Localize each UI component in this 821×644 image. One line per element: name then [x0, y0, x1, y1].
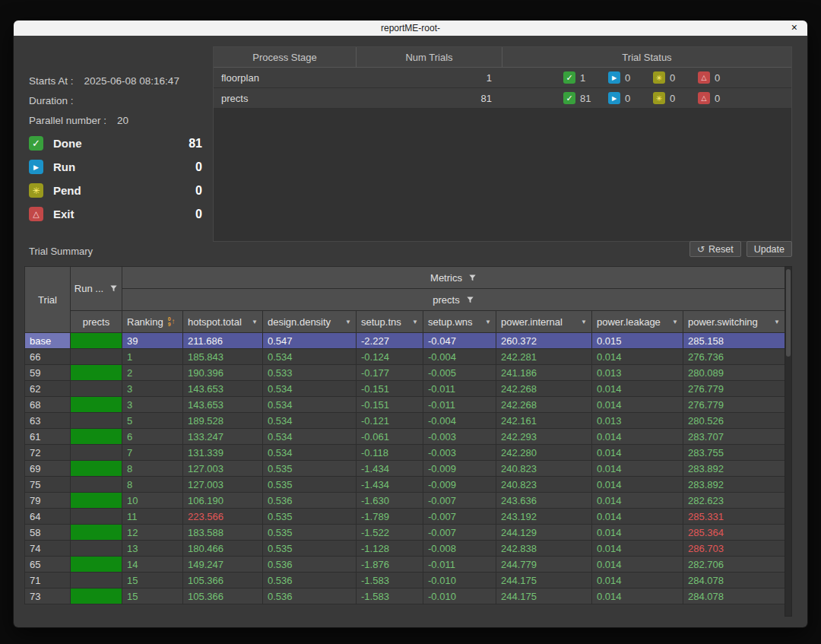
pend-count: 0: [670, 72, 675, 84]
summary-row[interactable]: 75 8 127.003 0.535 -1.434 -0.009 240.823…: [25, 477, 785, 493]
column-header-power-leakage[interactable]: power.leakage▼: [592, 311, 683, 333]
column-header-run-group[interactable]: Run ...: [71, 267, 122, 311]
summary-table-header: Trial Run ... Metrics: [25, 267, 785, 333]
summary-row[interactable]: 65 14 149.247 0.536 -1.876 -0.011 244.77…: [25, 557, 785, 573]
metric-cell: 242.838: [496, 541, 592, 557]
trial-cell: 75: [25, 477, 71, 493]
metric-cell: -0.011: [423, 381, 496, 397]
column-header-design-density[interactable]: design.density▼: [263, 311, 357, 333]
vertical-scrollbar[interactable]: [785, 266, 792, 617]
column-header-power-switching[interactable]: power.switching▼: [683, 311, 785, 333]
run-info: Starts At : 2025-06-08 08:16:47 Duration…: [29, 71, 179, 130]
summary-row[interactable]: 63 5 189.528 0.534 -0.121 -0.004 242.161…: [25, 413, 785, 429]
close-icon[interactable]: ×: [791, 21, 797, 36]
metric-cell: 283.707: [683, 429, 785, 445]
column-header-ranking[interactable]: Ranking 09 ↑: [122, 311, 183, 333]
update-button[interactable]: Update: [747, 241, 792, 257]
summary-row[interactable]: 72 7 131.339 0.534 -0.118 -0.003 242.280…: [25, 445, 785, 461]
summary-row[interactable]: 61 6 133.247 0.534 -0.061 -0.003 242.293…: [25, 429, 785, 445]
metric-cell: 0.014: [592, 381, 683, 397]
metric-cell: 2: [122, 365, 183, 381]
stage-col-process-stage[interactable]: Process Stage: [214, 47, 357, 67]
filter-icon[interactable]: [109, 284, 118, 293]
metric-cell: 149.247: [183, 557, 263, 573]
summary-row[interactable]: 66 1 185.843 0.534 -0.124 -0.004 242.281…: [25, 349, 785, 365]
exit-count: 0: [715, 93, 720, 104]
metric-cell: 0.014: [592, 429, 683, 445]
summary-row[interactable]: 59 2 190.396 0.533 -0.177 -0.005 241.186…: [25, 365, 785, 381]
exit-icon: △: [29, 207, 43, 221]
counter-exit-label: Exit: [53, 208, 74, 220]
sort-0-9-icon[interactable]: 09 ↑: [168, 316, 176, 327]
metric-cell: 242.280: [496, 445, 592, 461]
summary-row[interactable]: base 39 211.686 0.547 -2.227 -0.047 260.…: [25, 333, 785, 349]
scrollbar-thumb[interactable]: [786, 269, 791, 357]
summary-row[interactable]: 58 12 183.588 0.535 -1.522 -0.007 244.12…: [25, 525, 785, 541]
run-status-cell: [71, 509, 122, 525]
metric-cell: 282.706: [683, 557, 785, 573]
col-label: power.leakage: [597, 316, 661, 328]
summary-row[interactable]: 69 8 127.003 0.535 -1.434 -0.009 240.823…: [25, 461, 785, 477]
trial-cell: 68: [25, 397, 71, 413]
stage-col-num-trials[interactable]: Num Trials: [357, 47, 502, 67]
summary-row[interactable]: 79 10 106.190 0.536 -1.630 -0.007 243.63…: [25, 493, 785, 509]
column-header-trial[interactable]: Trial: [25, 267, 71, 333]
stage-numtrials-cell: 1: [357, 72, 502, 84]
stage-row[interactable]: floorplan 1 ✓1 ▶0 ✳0 △0: [214, 68, 791, 88]
dropdown-icon[interactable]: ▼: [485, 319, 491, 325]
metric-cell: 106.190: [183, 493, 263, 509]
summary-row[interactable]: 62 3 143.653 0.534 -0.151 -0.011 242.268…: [25, 381, 785, 397]
counter-run-value: 0: [195, 160, 202, 174]
metrics-subgroup-header[interactable]: prects: [122, 289, 785, 311]
metrics-group-header[interactable]: Metrics: [122, 267, 785, 289]
dropdown-icon[interactable]: ▼: [252, 319, 258, 325]
titlebar[interactable]: reportME-root- ×: [14, 21, 807, 36]
run-subheader-prects[interactable]: prects: [71, 311, 122, 333]
metric-cell: -0.007: [423, 509, 496, 525]
dropdown-icon[interactable]: ▼: [345, 319, 351, 325]
column-header-setup-wns[interactable]: setup.wns▼: [423, 311, 496, 333]
filter-icon[interactable]: [468, 274, 477, 282]
column-header-hotspot-total[interactable]: hotspot.total▼: [183, 311, 263, 333]
metric-cell: 133.247: [183, 429, 263, 445]
trial-cell: 71: [25, 573, 71, 588]
dropdown-icon[interactable]: ▼: [412, 319, 418, 325]
counter-done-value: 81: [189, 137, 202, 151]
status-group-done: ✓81: [563, 92, 597, 104]
column-header-power-internal[interactable]: power.internal▼: [496, 311, 592, 333]
summary-row[interactable]: 64 11 223.566 0.535 -1.789 -0.007 243.19…: [25, 509, 785, 525]
metric-cell: 260.372: [496, 333, 592, 349]
counter-exit: △ Exit 0: [29, 202, 202, 226]
reset-button[interactable]: ↺ Reset: [689, 241, 741, 257]
metric-cell: 0.536: [263, 493, 357, 509]
trial-cell: 79: [25, 493, 71, 509]
trial-cell: 74: [25, 541, 71, 557]
metric-cell: 0.013: [592, 365, 683, 381]
summary-row[interactable]: 71 15 105.366 0.536 -1.583 -0.010 244.17…: [25, 573, 785, 588]
counter-run: ▶ Run 0: [29, 155, 202, 179]
metric-cell: 0.014: [592, 509, 683, 525]
stage-col-trial-status[interactable]: Trial Status: [502, 47, 791, 67]
sort-arrow: ↑: [172, 318, 176, 325]
dropdown-icon[interactable]: ▼: [672, 319, 678, 325]
done-icon: ✓: [29, 136, 43, 151]
summary-row[interactable]: 73 15 105.366 0.536 -1.583 -0.010 244.17…: [25, 588, 785, 604]
column-header-setup-tns[interactable]: setup.tns▼: [357, 311, 423, 333]
stage-row[interactable]: prects 81 ✓81 ▶0 ✳0 △0: [214, 88, 791, 109]
summary-row[interactable]: 74 13 180.466 0.535 -1.128 -0.008 242.83…: [25, 541, 785, 557]
desktop-background: { "window": {"title": "reportME-root-"},…: [0, 0, 821, 644]
metric-cell: -0.151: [357, 397, 423, 413]
dropdown-icon[interactable]: ▼: [774, 319, 780, 325]
metric-cell: 282.623: [683, 493, 785, 509]
trial-cell: base: [25, 333, 71, 349]
summary-row[interactable]: 68 3 143.653 0.534 -0.151 -0.011 242.268…: [25, 397, 785, 413]
trial-cell: 62: [25, 381, 71, 397]
trial-summary-table: Trial Run ... Metrics: [24, 266, 785, 604]
filter-icon[interactable]: [466, 296, 474, 304]
col-label: hotspot.total: [188, 316, 242, 328]
dropdown-icon[interactable]: ▼: [581, 319, 587, 325]
metric-cell: 283.755: [683, 445, 785, 461]
metric-cell: 283.892: [683, 477, 785, 493]
metric-cell: -0.061: [357, 429, 423, 445]
app-window: reportME-root- × Starts At : 2025-06-08 …: [14, 21, 807, 627]
